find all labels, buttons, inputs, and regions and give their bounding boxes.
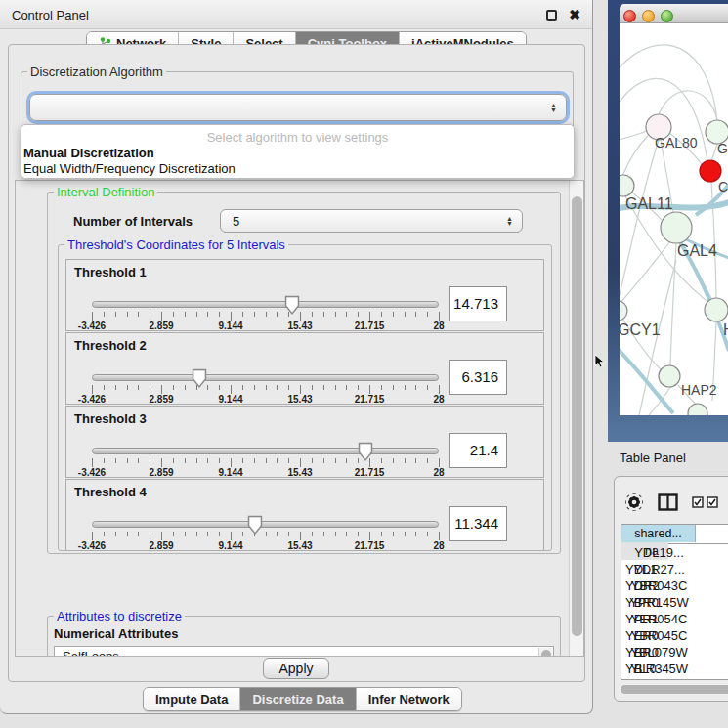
slider-tick-label: 28 <box>433 394 444 405</box>
table-row[interactable]: YLR345WYLR3 <box>621 661 728 677</box>
threshold-value-box[interactable]: 21.4 <box>449 433 507 468</box>
slider-track[interactable] <box>92 301 439 308</box>
table-row[interactable]: YBR045CYBR0 <box>621 627 728 644</box>
settings-vertical-scrollbar[interactable] <box>569 181 583 656</box>
network-node[interactable] <box>705 298 728 321</box>
gear-icon[interactable] <box>624 492 644 512</box>
network-edge[interactable] <box>622 136 648 176</box>
network-node[interactable] <box>620 175 634 196</box>
cell-shared-name[interactable]: YIL052C <box>621 677 697 680</box>
combo-arrows-icon: ▲▼ <box>550 103 557 112</box>
table-row[interactable]: YBL079WYBL0 <box>621 644 728 661</box>
zoom-traffic-light[interactable] <box>661 10 673 22</box>
discretization-algorithm-label: Discretization Algorithm <box>27 64 166 79</box>
slider-track[interactable] <box>92 521 439 528</box>
network-node-label: GCY1 <box>620 321 661 338</box>
cell-shared-name[interactable]: YBL079W <box>621 644 697 661</box>
checkbox-icon[interactable] <box>707 496 718 508</box>
attributes-list-scrollbar[interactable] <box>538 648 552 657</box>
checkbox-icon[interactable] <box>692 496 704 508</box>
tab-impute-data[interactable]: Impute Data <box>144 688 240 710</box>
slider-track[interactable] <box>92 448 439 454</box>
network-node-label: GAL4 <box>677 242 717 259</box>
network-canvas[interactable]: GAL80GACGAL11GAL4GCY1HHAP2 <box>620 23 728 415</box>
cell-shared-name[interactable]: YLR345W <box>621 661 697 677</box>
slider-track[interactable] <box>92 374 439 381</box>
threshold-value-box[interactable]: 14.713 <box>449 286 507 321</box>
slider-tick-label: 9.144 <box>218 394 242 405</box>
table-row[interactable]: YDR27...YDR2 <box>621 561 728 578</box>
bottom-tab-bar: Impute DataDiscretize DataInfer Network <box>143 687 462 711</box>
network-node-label: H <box>723 321 728 338</box>
interval-definition-label: Interval Definition <box>54 185 157 199</box>
network-edge[interactable] <box>620 131 647 141</box>
table-row[interactable]: YER054CYER0 <box>621 611 728 627</box>
float-window-icon[interactable] <box>546 10 557 21</box>
popup-option-manual-discretization[interactable]: Manual Discretization <box>23 146 571 160</box>
slider-handle[interactable] <box>247 515 263 535</box>
table-row[interactable]: YDL19...YDL1 <box>621 544 728 561</box>
window-title: Control Panel <box>12 8 89 22</box>
slider-tick-label: 15.43 <box>287 467 312 478</box>
network-node[interactable] <box>659 365 680 387</box>
network-node[interactable] <box>620 301 627 321</box>
cell-shared-name[interactable]: YPR145W <box>621 594 697 611</box>
slider-handle[interactable] <box>192 368 207 389</box>
table-horizontal-scrollbar[interactable] <box>619 684 728 695</box>
table-panel-toolbar <box>624 487 728 518</box>
attribute-list-item[interactable]: SelfLoops <box>55 647 553 657</box>
slider-handle[interactable] <box>284 295 300 316</box>
thresholds-container: Threshold 1 -3.4262.8599.14415.4321.7152… <box>65 259 544 552</box>
slider-tick-label: 9.144 <box>218 321 242 331</box>
network-edge[interactable] <box>659 91 717 120</box>
threshold-value-box[interactable]: 6.316 <box>449 360 507 395</box>
slider-tick-label: 9.144 <box>218 467 242 478</box>
split-table-icon[interactable] <box>658 493 678 511</box>
threshold-label: Threshold 4 <box>74 485 147 499</box>
network-node[interactable] <box>688 404 707 415</box>
numerical-attributes-list[interactable]: SelfLoopsTopologicalCoefficientBetweenne… <box>54 646 554 657</box>
threshold-value-box[interactable]: 11.344 <box>449 506 507 541</box>
table-row[interactable]: YPR145WYPR1 <box>621 594 728 611</box>
table-row[interactable]: YBR043CYBR0 <box>621 578 728 594</box>
tab-label: Infer Network <box>368 692 450 707</box>
slider-tick-label: 28 <box>433 540 444 551</box>
network-node-label: HAP2 <box>681 382 717 398</box>
cell-shared-name[interactable]: YER054C <box>621 611 697 627</box>
popup-option-equal-width[interactable]: Equal Width/Frequency Discretization <box>23 161 571 176</box>
network-node-label: GAL80 <box>655 135 698 150</box>
cell-shared-name[interactable]: YDL19... <box>621 544 697 561</box>
cell-shared-name[interactable]: YBR043C <box>621 578 697 594</box>
slider-handle[interactable] <box>358 442 373 462</box>
slider-tick-label: 28 <box>433 467 444 478</box>
network-edge[interactable] <box>620 241 670 304</box>
algorithm-combo[interactable]: ▲▼ <box>29 94 567 121</box>
algorithm-popup: Select algorithm to view settings Manual… <box>21 124 575 179</box>
thresholds-group-label: Threshold's Coordinates for 5 Intervals <box>64 237 288 252</box>
tab-discretize-data[interactable]: Discretize Data <box>240 688 356 710</box>
cell-shared-name[interactable]: YDR27... <box>621 561 697 578</box>
network-node[interactable] <box>661 212 692 243</box>
slider-tick-label: -3.426 <box>78 321 106 331</box>
thresholds-group: Threshold's Coordinates for 5 Intervals … <box>58 244 552 551</box>
number-of-intervals-combo[interactable]: 5 ▲▼ <box>220 209 523 233</box>
interval-definition-group: Interval Definition Number of Intervals … <box>47 192 561 554</box>
minimize-traffic-light[interactable] <box>642 10 655 22</box>
tab-label: Impute Data <box>155 692 228 707</box>
cell-shared-name[interactable]: YBR045C <box>621 627 697 644</box>
node-attribute-table[interactable]: shared...na YDL19...YDL1YDR27...YDR2YBR0… <box>621 524 728 680</box>
threshold-label: Threshold 2 <box>74 338 147 353</box>
slider-tick-label: 21.715 <box>355 321 385 331</box>
column-header-shared-name[interactable]: shared... <box>621 525 696 542</box>
table-row[interactable]: YIL052CYIL0 <box>621 677 728 680</box>
apply-button[interactable]: Apply <box>263 658 329 679</box>
close-icon[interactable]: ✖ <box>569 7 580 22</box>
table-panel-title: Table Panel <box>620 450 686 465</box>
tab-infer-network[interactable]: Infer Network <box>357 688 461 710</box>
number-of-intervals-value: 5 <box>233 214 239 229</box>
close-traffic-light[interactable] <box>623 10 636 22</box>
table-panel: shared...na YDL19...YDL1YDR27...YDR2YBR0… <box>614 476 728 702</box>
network-edge[interactable] <box>620 45 717 121</box>
slider-tick-label: 2.859 <box>149 321 173 331</box>
mouse-cursor <box>594 354 606 369</box>
